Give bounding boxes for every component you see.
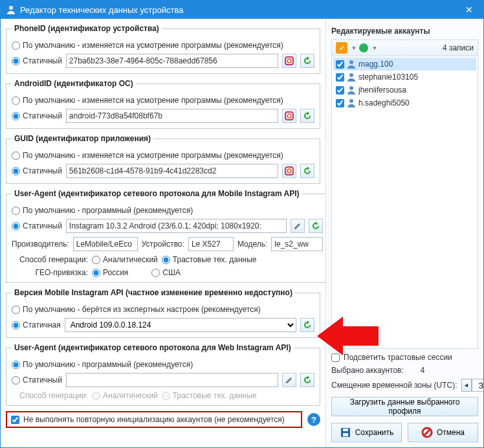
geo-russia-radio[interactable]: Россия	[92, 268, 128, 277]
gen-web-trust-radio: Трастовые тех. данные	[162, 391, 257, 400]
svg-point-6	[287, 169, 291, 173]
instagram-icon[interactable]	[282, 54, 296, 68]
instagram-icon[interactable]	[282, 109, 296, 123]
ua-mobile-static-radio[interactable]: Статичный	[12, 221, 62, 230]
account-row[interactable]: jheniifersousa	[333, 84, 476, 96]
account-name: h.sadeghi5050	[358, 98, 410, 107]
ua-web-input[interactable]	[66, 373, 278, 387]
person-icon	[347, 73, 356, 82]
androidid-static-radio[interactable]: Статичный	[12, 111, 62, 120]
account-checkbox[interactable]	[336, 99, 344, 107]
no-reinit-checkbox[interactable]: Не выполнять повторную инициализацию акк…	[6, 411, 302, 428]
save-button[interactable]: Сохранить	[331, 423, 402, 442]
save-icon	[340, 427, 351, 438]
ua-mobile-legend: User-Agent (идентификатор сетевого прото…	[12, 189, 302, 198]
close-button[interactable]: ✕	[460, 5, 478, 15]
guid-section: GUID (идентификатор приложения) По умолч…	[6, 134, 320, 184]
accounts-count: 4 записи	[380, 43, 474, 52]
account-checkbox[interactable]	[336, 86, 344, 95]
svg-point-8	[349, 73, 353, 77]
model-label: Модель:	[237, 240, 267, 249]
tz-spinner[interactable]: ◄ ►	[461, 379, 484, 392]
accounts-list[interactable]: magg.100stephanie103105jheniifersousah.s…	[331, 56, 478, 349]
genmode-web-label: Способ генерации:	[12, 391, 88, 400]
ua-mobile-default-radio[interactable]: По умолчанию - программный (рекомендуетс…	[12, 206, 193, 215]
svg-rect-12	[343, 429, 348, 431]
svg-point-0	[9, 6, 13, 10]
phoneid-default-radio[interactable]: По умолчанию - изменяется на усмотрение …	[12, 41, 283, 50]
refresh-icon[interactable]	[300, 164, 314, 178]
refresh-icon[interactable]	[300, 373, 314, 387]
highlight-check[interactable]: Подсветить трастовые сессии	[331, 353, 478, 362]
gen-trust-radio[interactable]: Трастовые тех. данные	[162, 255, 257, 264]
person-icon	[347, 60, 356, 69]
cancel-button[interactable]: Отмена	[408, 423, 478, 442]
api-version-select[interactable]: Android 109.0.0.18.124	[65, 318, 296, 332]
ua-web-static-radio[interactable]: Статичный	[12, 375, 62, 385]
account-checkbox[interactable]	[336, 73, 344, 82]
svg-point-7	[349, 60, 353, 64]
ua-mobile-input[interactable]	[66, 219, 287, 233]
androidid-section: AndroidID (идентификатор ОС) По умолчани…	[6, 79, 320, 129]
chevron-down-icon[interactable]: ▼	[372, 45, 377, 51]
edit-icon[interactable]	[282, 373, 296, 387]
device-label: Устройство:	[142, 240, 184, 249]
svg-point-2	[287, 59, 291, 63]
tz-prev-icon[interactable]: ◄	[461, 379, 472, 392]
ua-mobile-section: User-Agent (идентификатор сетевого прото…	[6, 189, 325, 283]
person-icon	[347, 85, 356, 95]
accounts-toolbar: ✓▼ ▼ 4 записи	[331, 39, 478, 56]
model-input[interactable]	[271, 237, 323, 251]
load-profile-button[interactable]: Загрузить данные выбранного профиля	[331, 397, 478, 416]
svg-rect-1	[285, 57, 293, 65]
androidid-default-radio[interactable]: По умолчанию - изменяется на усмотрение …	[12, 96, 283, 105]
selected-accounts-label: Выбрано аккаунтов:	[331, 366, 404, 375]
tz-input[interactable]	[472, 379, 484, 392]
ua-web-legend: User-Agent (идентификатор сетевого прото…	[12, 343, 294, 352]
instagram-icon[interactable]	[282, 164, 296, 178]
guid-static-radio[interactable]: Статичный	[12, 166, 62, 175]
geo-usa-radio[interactable]: США	[151, 268, 181, 277]
edit-icon[interactable]	[291, 219, 305, 233]
manufacturer-input[interactable]	[73, 237, 138, 251]
select-all-icon[interactable]: ✓	[336, 42, 347, 54]
guid-legend: GUID (идентификатор приложения)	[12, 134, 153, 143]
account-row[interactable]: stephanie103105	[333, 71, 476, 84]
window-title: Редактор технических данных устройства	[20, 5, 460, 15]
status-filter-icon[interactable]	[359, 43, 368, 52]
accounts-header: Редактируемые аккаунты	[331, 24, 478, 39]
geo-label: ГЕО-привязка:	[12, 268, 88, 277]
guid-default-radio[interactable]: По умолчанию - изменяется на усмотрение …	[12, 151, 283, 160]
guid-input[interactable]	[66, 164, 278, 178]
gen-analytical-radio[interactable]: Аналитический	[92, 255, 158, 264]
ua-web-default-radio[interactable]: По умолчанию - программный (рекомендуетс…	[12, 360, 193, 369]
svg-rect-3	[285, 112, 293, 120]
phoneid-input[interactable]	[66, 54, 278, 68]
refresh-icon[interactable]	[300, 109, 314, 123]
svg-rect-5	[285, 167, 293, 175]
account-name: stephanie103105	[358, 73, 418, 82]
phoneid-static-radio[interactable]: Статичный	[12, 56, 62, 65]
phoneid-legend: PhoneID (идентификатор устройства)	[12, 24, 162, 33]
account-row[interactable]: h.sadeghi5050	[333, 96, 476, 109]
api-version-legend: Версия Mobile Instagram API (частное изм…	[12, 288, 295, 297]
account-row[interactable]: magg.100	[333, 58, 476, 71]
chevron-down-icon[interactable]: ▼	[351, 45, 357, 51]
refresh-icon[interactable]	[309, 219, 323, 233]
api-default-radio[interactable]: По умолчанию - берётся из экспертных нас…	[12, 305, 261, 314]
gen-web-analytical-radio: Аналитический	[92, 391, 158, 400]
titlebar: Редактор технических данных устройства ✕	[1, 1, 483, 19]
account-name: magg.100	[358, 60, 393, 69]
account-checkbox[interactable]	[336, 60, 344, 69]
account-name: jheniifersousa	[358, 85, 406, 95]
androidid-input[interactable]	[66, 109, 278, 123]
svg-line-15	[424, 429, 430, 436]
refresh-icon[interactable]	[300, 318, 314, 332]
api-static-radio[interactable]: Статичная	[12, 320, 61, 330]
help-icon[interactable]: ?	[307, 413, 320, 426]
svg-point-4	[287, 114, 291, 118]
device-input[interactable]	[188, 237, 234, 251]
refresh-icon[interactable]	[300, 54, 314, 68]
phoneid-section: PhoneID (идентификатор устройства) По ум…	[6, 24, 320, 74]
ua-web-section: User-Agent (идентификатор сетевого прото…	[6, 343, 320, 406]
